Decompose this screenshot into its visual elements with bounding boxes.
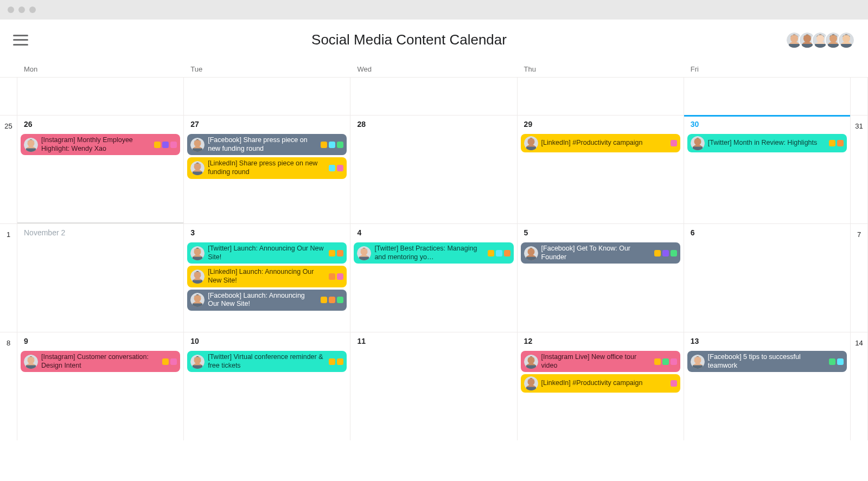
event-title: [Facebook] 5 tips to successful teamwork — [708, 353, 826, 370]
calendar-cell[interactable] — [184, 77, 350, 115]
traffic-light-close[interactable] — [8, 7, 14, 13]
tag-swatch — [829, 140, 835, 146]
event-tags — [162, 358, 177, 365]
calendar-cell[interactable]: 28 — [350, 115, 517, 223]
tag-swatch — [329, 358, 335, 365]
event-title: [Facebook] Get To Know: Our Founder — [541, 245, 651, 261]
day-header: Mon — [17, 65, 184, 73]
calendar-grid: 2526[Instagram] Monthly Employ­ee Highli… — [0, 77, 868, 440]
calendar-event[interactable]: [Twitter] Launch: Announcing Our New Sit… — [187, 242, 347, 264]
window-titlebar — [0, 0, 868, 20]
event-tags — [654, 358, 677, 365]
day-header: Wed — [350, 65, 517, 73]
traffic-light-zoom[interactable] — [29, 7, 36, 13]
calendar-cell[interactable]: 12[Instagram Live] New office tour video… — [518, 332, 684, 440]
svg-point-33 — [527, 138, 534, 145]
tag-swatch — [337, 165, 343, 171]
event-tags — [154, 142, 177, 148]
svg-rect-11 — [815, 44, 826, 48]
event-tags — [329, 358, 343, 365]
calendar-cell[interactable]: November 2 — [17, 223, 184, 332]
svg-rect-39 — [693, 147, 703, 151]
calendar-cell[interactable]: 30[Twitter] Month in Review: Highlights — [684, 115, 851, 223]
calendar-cell[interactable]: 11 — [350, 332, 517, 440]
calendar-cell[interactable]: 5[Facebook] Get To Know: Our Founder — [518, 223, 684, 332]
tag-swatch — [337, 142, 343, 148]
tag-swatch — [671, 250, 677, 256]
calendar-cell[interactable]: 29[LinkedIn] #Productivity campaign — [518, 115, 684, 223]
calendar-event[interactable]: [Instagram] Customer conver­sation: Desi… — [21, 351, 180, 372]
svg-point-37 — [694, 138, 701, 145]
svg-rect-15 — [828, 44, 839, 48]
calendar-event[interactable]: [LinkedIn] Launch: Announcing Our New Si… — [187, 266, 347, 287]
calendar-cell[interactable]: 9[Instagram] Customer conver­sation: Des… — [17, 332, 184, 440]
tag-swatch — [337, 250, 343, 256]
event-title: [Instagram Live] New office tour video — [541, 353, 651, 370]
tag-swatch — [837, 358, 844, 365]
traffic-light-minimize[interactable] — [18, 7, 25, 13]
calendar-event[interactable]: [LinkedIn] #Productivity campaign — [521, 134, 680, 152]
cell-date: 10 — [187, 337, 347, 349]
svg-point-9 — [816, 35, 824, 42]
tag-swatch — [337, 273, 343, 280]
collaborator-avatars[interactable] — [790, 31, 855, 49]
svg-point-41 — [194, 248, 201, 255]
svg-point-73 — [527, 379, 534, 386]
assignee-avatar — [357, 246, 371, 260]
calendar-cell[interactable] — [17, 77, 184, 115]
calendar-cell[interactable]: 10[Twitter] Virtual conference re­minder… — [184, 332, 350, 440]
calendar-cell[interactable] — [684, 77, 851, 115]
tag-swatch — [337, 297, 343, 303]
event-title: [Facebook] Launch: An­nouncing Our New S… — [208, 292, 317, 309]
menu-icon[interactable] — [13, 35, 28, 46]
svg-rect-59 — [526, 256, 535, 260]
calendar-cell[interactable] — [350, 77, 517, 115]
tag-swatch — [837, 140, 844, 146]
svg-point-13 — [829, 35, 837, 42]
cell-date: 6 — [687, 228, 847, 240]
tag-swatch — [504, 250, 510, 256]
tag-swatch — [496, 250, 502, 256]
calendar-event[interactable]: [Twitter] Best Practices: Managing and m… — [354, 242, 513, 264]
svg-point-21 — [28, 140, 35, 147]
app-header: Social Media Content Calendar — [0, 20, 868, 61]
cell-date: 9 — [21, 337, 180, 349]
assignee-avatar — [190, 138, 205, 152]
calendar-event[interactable]: [Instagram Live] New office tour video — [521, 351, 680, 372]
calendar-event[interactable]: [Facebook] Launch: An­nouncing Our New S… — [187, 290, 347, 311]
calendar-event[interactable]: [Twitter] Month in Review: Highlights — [687, 134, 847, 152]
assignee-avatar — [24, 355, 38, 369]
avatar[interactable] — [838, 31, 855, 49]
tag-swatch — [829, 358, 835, 365]
calendar-event[interactable]: [Instagram] Monthly Employ­ee Highlight:… — [21, 134, 180, 155]
calendar-cell[interactable]: 27[Facebook] Share press piece on new fu… — [184, 115, 350, 223]
calendar-event[interactable]: [Twitter] Virtual conference re­minder &… — [187, 351, 347, 372]
svg-rect-19 — [841, 44, 852, 48]
calendar-event[interactable]: [Facebook] Share press piece on new fund… — [187, 134, 347, 155]
tag-swatch — [654, 358, 661, 365]
calendar: Mon Tue Wed Thu Fri 2526[Instagram] Mont… — [0, 61, 868, 440]
svg-rect-55 — [359, 256, 369, 260]
calendar-event[interactable]: [LinkedIn] Share press piece on new fund… — [187, 157, 347, 178]
calendar-cell[interactable]: 4[Twitter] Best Practices: Managing and … — [350, 223, 517, 332]
svg-rect-71 — [526, 365, 535, 369]
svg-rect-7 — [802, 44, 813, 48]
tag-swatch — [662, 250, 669, 256]
cell-date: 29 — [521, 120, 680, 132]
calendar-cell[interactable] — [518, 77, 684, 115]
event-tags — [829, 358, 844, 365]
page-title: Social Media Content Calendar — [28, 31, 790, 48]
svg-point-65 — [194, 357, 201, 364]
calendar-event[interactable]: [LinkedIn] #Productivity campaign — [521, 374, 680, 393]
calendar-event[interactable]: [Facebook] 5 tips to successful teamwork — [687, 351, 847, 372]
calendar-cell[interactable]: 26[Instagram] Monthly Employ­ee Highligh… — [17, 115, 184, 223]
calendar-cell[interactable]: 6 — [684, 223, 851, 332]
event-title: [Facebook] Share press piece on new fund… — [208, 136, 317, 153]
calendar-event[interactable]: [Facebook] Get To Know: Our Founder — [521, 242, 680, 264]
cell-date: 26 — [21, 120, 180, 132]
calendar-cell[interactable]: 13[Facebook] 5 tips to successful teamwo… — [684, 332, 851, 440]
calendar-cell[interactable]: 3[Twitter] Launch: Announcing Our New Si… — [184, 223, 350, 332]
event-title: [LinkedIn] #Productivity campaign — [541, 379, 667, 388]
cell-date: November 2 — [21, 228, 180, 240]
svg-point-5 — [803, 35, 811, 42]
